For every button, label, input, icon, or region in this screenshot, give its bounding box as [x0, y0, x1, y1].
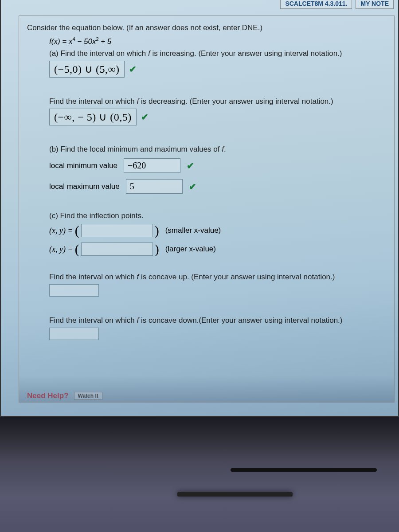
concave-down-prompt: Find the interval on which f is concave … [49, 316, 386, 325]
question-intro: Consider the equation below. (If an answ… [27, 22, 386, 34]
open-paren-icon: ( [75, 224, 79, 237]
inflection-smaller-input[interactable] [81, 224, 153, 237]
assignment-ref-box: SCALCET8M 4.3.011. [280, 0, 352, 9]
function-equation: f(x) = x4 − 50x2 + 5 [49, 36, 386, 46]
pen-shadow [231, 468, 377, 472]
watch-it-button[interactable]: Watch It [74, 392, 102, 400]
larger-x-hint: (larger x-value) [165, 245, 216, 254]
decreasing-answer-box[interactable]: (−∞, − 5) ∪ (0,5) [49, 109, 137, 125]
my-notes-box[interactable]: MY NOTE [356, 0, 394, 9]
concave-down-answer-row [49, 328, 386, 340]
concave-up-answer-row [49, 284, 386, 297]
part-b-prompt: (b) Find the local minimum and maximum v… [49, 145, 386, 154]
local-max-label: local maximum value [49, 182, 120, 191]
need-help-row: Need Help? Watch It [27, 391, 102, 400]
question-container: Consider the equation below. (If an answ… [19, 16, 395, 403]
increasing-answer-box[interactable]: (−5,0) ∪ (5,∞) [49, 61, 125, 78]
check-icon: ✔ [187, 160, 194, 171]
need-help-label: Need Help? [27, 391, 69, 400]
check-icon: ✔ [129, 64, 137, 74]
concave-up-input[interactable] [49, 284, 99, 297]
smaller-x-hint: (smaller x-value) [165, 226, 221, 235]
local-min-input[interactable]: −620 [124, 158, 180, 173]
decreasing-answer-row: (−∞, − 5) ∪ (0,5) ✔ [49, 109, 386, 125]
close-paren-icon: ) [155, 243, 159, 256]
increasing-answer-row: (−5,0) ∪ (5,∞) ✔ [49, 61, 386, 78]
screen-area: SCALCET8M 4.3.011. MY NOTE Consider the … [0, 0, 399, 417]
local-min-row: local minimum value −620 ✔ [49, 158, 386, 173]
top-header-fragments: SCALCET8M 4.3.011. MY NOTE [81, 0, 394, 9]
desk-surface [0, 417, 399, 532]
local-min-label: local minimum value [49, 161, 117, 170]
inflection-row-smaller: (x, y) = ( ) (smaller x-value) [49, 224, 386, 237]
local-max-input[interactable]: 5 [126, 179, 183, 194]
concave-down-input[interactable] [49, 328, 99, 340]
part-a-decreasing-prompt: Find the interval on which f is decreasi… [49, 97, 386, 106]
inflection-row-larger: (x, y) = ( ) (larger x-value) [49, 243, 386, 256]
xy-label: (x, y) = [49, 245, 73, 254]
local-max-row: local maximum value 5 ✔ [49, 179, 386, 194]
open-paren-icon: ( [75, 243, 79, 256]
close-paren-icon: ) [155, 224, 159, 237]
xy-label: (x, y) = [49, 226, 73, 235]
check-icon: ✔ [189, 181, 196, 192]
concave-up-prompt: Find the interval on which f is concave … [49, 273, 386, 282]
check-icon: ✔ [141, 112, 149, 122]
inflection-larger-input[interactable] [81, 243, 153, 256]
part-c-prompt: (c) Find the inflection points. [49, 211, 386, 220]
keyboard-edge [177, 492, 293, 497]
part-a-increasing-prompt: (a) Find the interval on which f is incr… [49, 49, 386, 58]
